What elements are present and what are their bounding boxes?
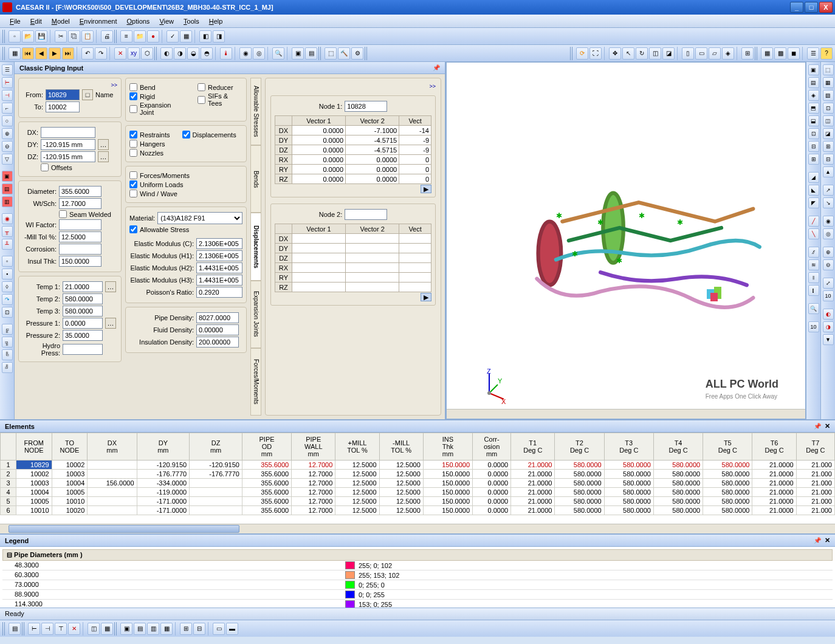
corrosion-field[interactable] — [59, 244, 101, 255]
view4-icon[interactable]: ⊞ — [741, 47, 754, 60]
menu-view[interactable]: View — [154, 16, 179, 27]
view-front-icon[interactable]: ▯ — [682, 47, 694, 60]
last-icon[interactable]: ⏭ — [62, 47, 74, 60]
check-icon[interactable]: ✓ — [167, 30, 179, 43]
tool-icon[interactable]: ⊞ — [808, 154, 819, 165]
dx-field[interactable] — [41, 127, 95, 138]
poisson-field[interactable] — [196, 287, 242, 298]
tool-icon[interactable]: ◒ — [187, 47, 199, 60]
name-toggle[interactable]: □ — [82, 89, 93, 100]
tool-icon[interactable]: ✕ — [68, 623, 80, 635]
tool-icon[interactable]: ▼ — [823, 334, 834, 345]
tool-icon[interactable]: ╲ — [808, 228, 819, 239]
tool-icon[interactable]: ◐ — [160, 47, 173, 60]
folder-icon[interactable]: 📁 — [134, 30, 146, 43]
tool-icon[interactable]: ▥ — [2, 196, 13, 207]
from-field[interactable] — [46, 89, 80, 100]
tool-icon[interactable]: ⌐ — [2, 103, 13, 114]
temp-more[interactable]: … — [105, 281, 116, 292]
tab-displacements[interactable]: Displacements — [250, 213, 261, 280]
tool-icon[interactable]: ◪ — [662, 47, 675, 60]
tool-icon[interactable]: ▤ — [305, 47, 317, 60]
tool-icon[interactable]: ╗ — [2, 337, 13, 348]
emh1-field[interactable] — [196, 250, 242, 261]
tool-icon[interactable]: ⊕ — [823, 247, 834, 258]
tool-icon[interactable]: ⊡ — [808, 128, 819, 139]
material-select[interactable]: (143)A182 F91 — [157, 212, 242, 224]
dy-more[interactable]: … — [98, 139, 109, 150]
press1-field[interactable] — [63, 318, 103, 329]
milltol-field[interactable] — [59, 231, 101, 242]
tool-icon[interactable]: ⊞ — [180, 623, 192, 635]
tool-icon[interactable]: ⊣ — [2, 90, 13, 101]
node2-field[interactable] — [345, 209, 387, 220]
tool-icon[interactable]: ◫ — [649, 47, 661, 60]
menu-tools[interactable]: Tools — [179, 16, 204, 27]
save-icon[interactable]: 💾 — [35, 30, 47, 43]
tool-icon[interactable]: ⫿ — [808, 285, 819, 296]
misc-icon[interactable]: ◧ — [199, 30, 211, 43]
wireframe-icon[interactable]: ▦ — [761, 47, 773, 60]
tab-bends[interactable]: Bends — [250, 145, 261, 213]
tool-icon[interactable]: ▤ — [9, 623, 21, 635]
view-top-icon[interactable]: ▱ — [709, 47, 721, 60]
tool-icon[interactable]: ▨ — [823, 90, 834, 101]
tab-forces-moments[interactable]: Forces/Moments — [250, 348, 261, 416]
expjoint-check[interactable] — [129, 105, 137, 113]
tool-icon[interactable]: 🔍 — [808, 303, 819, 314]
tool-icon[interactable]: ↷ — [2, 294, 13, 305]
tool-icon[interactable]: ▤ — [808, 77, 819, 88]
tool-icon[interactable]: ◓ — [201, 47, 213, 60]
tool-icon[interactable]: ○ — [2, 115, 13, 126]
tool-icon[interactable]: 10 — [823, 290, 834, 301]
tool-icon[interactable]: ⊡ — [823, 103, 834, 114]
shaded-icon[interactable]: ▩ — [774, 47, 786, 60]
tool-icon[interactable]: ⬚ — [325, 47, 337, 60]
zoom-fit-icon[interactable]: ⛶ — [589, 47, 602, 60]
tab-expansion-joints[interactable]: Expansion Joints — [250, 281, 261, 348]
next-icon[interactable]: ▶ — [49, 47, 61, 60]
tool-icon[interactable]: ↗ — [823, 185, 834, 196]
tool-icon[interactable]: ⊢ — [28, 623, 40, 635]
node1-field[interactable] — [345, 101, 387, 112]
wifactor-field[interactable] — [59, 219, 101, 230]
tool-icon[interactable]: ⬒ — [808, 103, 819, 114]
tool-icon[interactable]: ◤ — [808, 197, 819, 208]
tool-icon[interactable]: ▲ — [823, 166, 834, 177]
dz-field[interactable] — [41, 151, 95, 162]
tool-icon[interactable]: ⊡ — [2, 307, 13, 318]
nozzles-check[interactable] — [129, 149, 137, 157]
menu-options[interactable]: Options — [122, 16, 154, 27]
diameter-field[interactable] — [59, 186, 101, 197]
tool-icon[interactable]: ◫ — [88, 623, 100, 635]
run-icon[interactable]: ● — [147, 30, 159, 43]
close-button[interactable]: X — [819, 2, 833, 13]
tool-icon[interactable]: ◪ — [823, 128, 834, 139]
tool-icon[interactable]: ⊕ — [2, 128, 13, 139]
redo-icon[interactable]: ↷ — [95, 47, 107, 60]
sifs-check[interactable] — [198, 96, 205, 104]
node1-table[interactable]: Vector 1Vector 2VectDX0.0000-7.1000-14DY… — [275, 115, 431, 184]
tool-icon[interactable]: ▣ — [2, 171, 13, 182]
refresh-icon[interactable]: ⟳ — [576, 47, 588, 60]
paste-icon[interactable]: 📋 — [81, 30, 94, 43]
tool-icon[interactable]: ◣ — [808, 185, 819, 196]
tab-allowable-stresses[interactable]: Allowable Stresses — [250, 78, 261, 145]
copy-icon[interactable]: ⿻ — [68, 30, 80, 43]
tool-icon[interactable]: ╨ — [2, 239, 13, 250]
tool-icon[interactable]: ☰ — [2, 64, 13, 75]
menu-model[interactable]: Model — [47, 16, 75, 27]
help-icon[interactable]: ? — [820, 47, 833, 60]
find-icon[interactable]: 🔍 — [272, 47, 284, 60]
pin-icon[interactable]: 📌 — [814, 537, 821, 544]
tool-icon[interactable]: ⊟ — [808, 141, 819, 152]
tool-icon[interactable]: ▭ — [213, 623, 225, 635]
restraints-check[interactable] — [129, 131, 137, 139]
menu-environment[interactable]: Environment — [75, 16, 122, 27]
menu-help[interactable]: Help — [204, 16, 228, 27]
tool-icon[interactable]: ▽ — [2, 154, 13, 165]
tool-icon[interactable]: ⊖ — [2, 141, 13, 152]
tool-icon[interactable]: ⚙ — [351, 47, 363, 60]
tool-icon[interactable]: ⬓ — [808, 115, 819, 126]
tool-icon[interactable]: ◉ — [823, 216, 834, 227]
